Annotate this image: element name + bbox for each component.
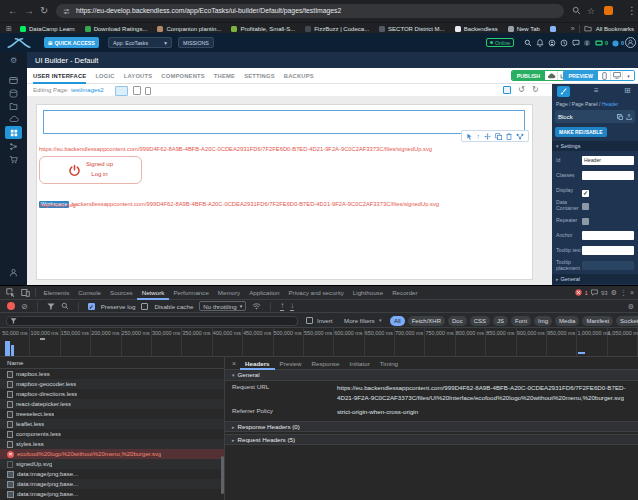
breadcrumb[interactable]: Page / Page Panel / Header	[556, 101, 618, 107]
forward-icon[interactable]: →	[24, 3, 34, 19]
request-row[interactable]: mapbox-directions.less	[0, 389, 224, 399]
preview-button[interactable]: PREVIEW	[564, 71, 598, 80]
search-icon[interactable]	[572, 6, 581, 15]
back-icon[interactable]: ←	[8, 3, 18, 19]
invert-label[interactable]: Invert	[317, 317, 332, 324]
preserve-log-label[interactable]: Preserve log	[101, 303, 136, 310]
device-toolbar-icon[interactable]	[21, 288, 30, 297]
bookmark-item[interactable]: Download Ratings...	[85, 26, 148, 32]
page-surface[interactable]: ↑ https://eu.backendlessappcontent.com/9…	[36, 104, 533, 280]
export-har-icon[interactable]: ↓	[290, 301, 294, 311]
request-row[interactable]: data:image/png;base...	[0, 469, 224, 479]
devtools-close-icon[interactable]: ×	[630, 286, 634, 299]
builder-tab[interactable]: LOGIC	[95, 68, 114, 84]
chat-icon[interactable]	[572, 39, 580, 47]
app-dropdown[interactable]: App: EcoTasks ▾	[108, 37, 172, 48]
signup-label[interactable]: Signed up	[86, 160, 113, 170]
details-close-icon[interactable]: ×	[225, 360, 240, 367]
details-tab[interactable]: Timing	[375, 357, 403, 370]
login-label[interactable]: Log in	[86, 170, 113, 180]
publish-button[interactable]: PUBLISH	[512, 71, 545, 80]
redo-icon[interactable]: ↻	[532, 85, 539, 95]
duplicate-icon[interactable]	[495, 133, 502, 140]
devtools-tab[interactable]: Application	[245, 286, 284, 300]
info-icon[interactable]	[583, 39, 591, 47]
all-bookmarks-label[interactable]: All Bookmarks	[596, 26, 634, 32]
request-row[interactable]: × ecofood%20logo%20without%20menu,%20bur…	[0, 449, 224, 459]
network-filter-input[interactable]	[6, 316, 298, 326]
request-row[interactable]: components.less	[0, 429, 224, 439]
ui-builder-icon[interactable]	[5, 126, 22, 139]
copy-style-icon[interactable]	[617, 114, 623, 120]
notifications-bell-icon[interactable]	[536, 39, 544, 47]
avatar[interactable]	[625, 37, 636, 48]
devtools-settings-icon[interactable]: ⚙	[611, 286, 617, 299]
bookmark-item[interactable]: SECTOR District M...	[379, 26, 445, 32]
search-icon[interactable]	[524, 39, 532, 47]
request-row[interactable]: mapbox.less	[0, 369, 224, 379]
device-phone-icon[interactable]	[145, 87, 151, 95]
more-filters-label[interactable]: More filters	[344, 317, 375, 324]
throttling-select[interactable]: No throttling ▾	[199, 301, 246, 311]
general-section[interactable]: ▾ General	[225, 370, 638, 381]
device-tablet-icon[interactable]	[133, 86, 141, 95]
builder-tab[interactable]: THEME	[214, 68, 235, 84]
address-bar[interactable]: https://eu-develop.backendless.com/app/E…	[56, 4, 564, 18]
type-filter-pill[interactable]: Manifest	[582, 316, 613, 326]
support-icon[interactable]	[548, 39, 556, 47]
request-row[interactable]: leaflet.less	[0, 419, 224, 429]
make-reusable-button[interactable]: MAKE REUSABLE	[555, 127, 607, 137]
tooltip-text-input[interactable]	[582, 246, 634, 255]
type-filter-pill[interactable]: Img	[534, 316, 552, 326]
devtools-kebab-icon[interactable]: ⋮	[620, 286, 627, 299]
menu-kebab-icon[interactable]: ⋮	[627, 3, 637, 19]
files-icon[interactable]	[0, 102, 27, 111]
preview-phone-icon[interactable]	[598, 71, 610, 80]
outline-toggle-icon[interactable]	[503, 86, 511, 94]
preview-monitor-icon[interactable]	[610, 71, 622, 80]
disable-cache-label[interactable]: Disable cache	[154, 303, 193, 310]
devtools-tab[interactable]: Recorder	[388, 286, 422, 300]
frontend-icon[interactable]	[0, 76, 27, 85]
general-section-header[interactable]: ▸ General	[552, 274, 638, 284]
bookmark-item[interactable]: Participant Overvi...	[550, 26, 558, 32]
backendless-logo[interactable]	[6, 37, 32, 49]
credits-icon[interactable]	[612, 40, 619, 47]
network-timeline[interactable]: 50,000 ms100,000 ms150,000 ms200,000 ms2…	[0, 328, 638, 357]
anchor-input[interactable]	[582, 231, 634, 240]
delete-icon[interactable]	[506, 133, 512, 140]
missions-button[interactable]: MISSIONS	[178, 37, 214, 48]
type-filter-pill[interactable]: JS	[493, 316, 508, 326]
devtools-tab[interactable]: Sources	[106, 286, 138, 300]
filter-funnel-icon[interactable]	[47, 303, 55, 310]
tooltip-placement-select[interactable]	[582, 261, 634, 270]
marketplace-cart-icon[interactable]	[0, 155, 27, 164]
editing-page-name[interactable]: testImages2	[71, 87, 104, 93]
details-tab[interactable]: Response	[307, 357, 345, 370]
extension-icon[interactable]	[604, 6, 613, 15]
reload-icon[interactable]: ↻	[40, 3, 48, 19]
type-filter-pill[interactable]: CSS	[470, 316, 490, 326]
type-filter-pill[interactable]: All	[390, 316, 405, 326]
site-settings-icon[interactable]	[63, 8, 70, 15]
repeater-checkbox[interactable]	[582, 218, 589, 225]
type-filter-pill[interactable]: Doc	[448, 316, 467, 326]
type-filter-pill[interactable]: Socket	[616, 316, 638, 326]
publish-cloud-icon[interactable]	[545, 71, 557, 80]
builder-tab[interactable]: USER INTERFACE	[33, 68, 86, 84]
network-settings-icon[interactable]: ⚙	[628, 300, 634, 313]
move-icon[interactable]	[484, 133, 491, 140]
builder-tab[interactable]: COMPONENTS	[161, 68, 205, 84]
name-column-header[interactable]: Name	[0, 357, 224, 369]
settings-gear-icon[interactable]: ⚙	[0, 56, 27, 65]
request-row[interactable]: signedUp.svg	[0, 459, 224, 469]
clear-icon[interactable]: ⊘	[21, 300, 28, 313]
select-parent-icon[interactable]	[466, 133, 473, 140]
selected-header-block[interactable]	[43, 110, 525, 134]
undo-icon[interactable]: ↺	[518, 85, 525, 95]
data-container-checkbox[interactable]	[582, 203, 589, 210]
request-row[interactable]: styles.less	[0, 439, 224, 449]
bookmark-item[interactable]: FizzBuzz | Codeca...	[305, 26, 369, 32]
api-services-icon[interactable]	[0, 142, 27, 151]
preview-dropdown-icon[interactable]: ▾	[622, 71, 634, 80]
